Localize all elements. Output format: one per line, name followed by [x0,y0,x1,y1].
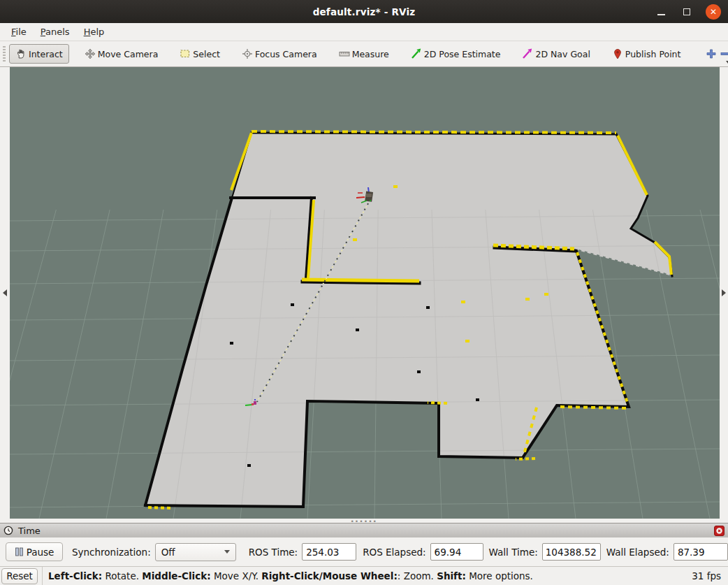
tool-label: 2D Pose Estimate [424,49,501,59]
pause-button[interactable]: Pause [6,542,63,561]
tool-measure[interactable]: Measure [333,44,395,64]
ros-time-value: 254.03 [306,547,339,558]
hand-icon [15,48,27,59]
menu-help[interactable]: Help [77,24,112,39]
ros-time-label: ROS Time: [249,547,298,558]
combo-caret-icon [224,550,230,554]
hint-key: Right-Click/Mouse Wheel: [261,570,397,582]
tool-focus-camera[interactable]: Focus Camera [235,44,323,64]
minimize-icon [657,14,665,15]
menu-panels[interactable]: Panels [34,24,77,39]
tool-label: Move Camera [98,49,159,59]
rviz-window: default.rviz* - RViz ✕ File Panels Help … [0,0,728,585]
wall-time-input[interactable]: 104388.52 [542,543,601,561]
panel-close-icon [714,526,725,536]
hint-text: Move X/Y. [211,570,262,582]
tool-label: Select [193,49,220,59]
window-controls: ✕ [654,0,721,23]
tool-move-camera[interactable]: Move Camera [78,44,165,64]
reset-button[interactable]: Reset [1,568,38,584]
focus-camera-icon [242,48,253,59]
menu-bar: File Panels Help [0,23,728,41]
tool-select[interactable]: Select [173,44,226,64]
tool-interact[interactable]: Interact [9,44,69,64]
ros-time-input[interactable]: 254.03 [302,543,356,561]
hint-text: Rotate. [102,570,142,582]
ros-elapsed-label: ROS Elapsed: [363,547,425,558]
close-button[interactable]: ✕ [706,4,721,20]
left-scroll-arrow-icon[interactable] [3,289,7,296]
viewport-row [0,67,728,519]
tool-2d-pose-estimate[interactable]: 2D Pose Estimate [405,44,507,64]
tool-label: Publish Point [625,49,681,59]
toolbar-drag-handle[interactable] [3,46,6,62]
tool-bar: Interact Move Camera Select Focus Camera… [0,41,728,67]
menu-file[interactable]: File [4,24,34,39]
pause-label: Pause [27,547,54,558]
plus-icon [706,48,717,59]
ros-elapsed-value: 69.94 [435,547,462,558]
hint-text: More options. [466,570,533,582]
reset-label: Reset [6,570,33,582]
wall-time-label: Wall Time: [489,547,538,558]
mouse-hints: Left-Click: Rotate. Middle-Click: Move X… [48,570,533,582]
wall-elapsed-label: Wall Elapsed: [606,547,669,558]
time-panel-close-button[interactable] [714,526,725,536]
tool-2d-nav-goal[interactable]: 2D Nav Goal [516,44,596,64]
time-panel-header: Time [0,523,728,537]
window-title: default.rviz* - RViz [313,6,416,17]
wall-time-value: 104388.52 [546,547,597,558]
close-icon: ✕ [710,7,717,17]
right-scroll-arrow-icon[interactable] [722,289,726,296]
fps-counter: 31 fps [692,570,721,582]
sync-value: Off [161,547,175,558]
move-camera-icon [85,48,96,59]
hint-key: Shift: [437,570,466,582]
right-gutter [720,67,728,519]
splitter-dots: ······ [351,520,378,522]
select-icon [180,48,191,59]
minimize-button[interactable] [654,5,668,19]
tool-label: Focus Camera [255,49,317,59]
status-bar: Reset Left-Click: Rotate. Middle-Click: … [0,566,728,585]
pose-estimate-arrow-icon [411,48,422,59]
left-gutter [0,67,10,519]
minus-icon [720,48,728,59]
tool-label: Measure [352,49,389,59]
statusbar-separator [42,567,43,585]
wall-elapsed-value: 87.39 [678,547,705,558]
measure-icon [339,48,350,59]
maximize-icon [683,8,690,15]
hint-key: Middle-Click: [142,570,210,582]
clock-icon [3,526,13,535]
3d-viewport[interactable] [10,67,720,519]
time-panel-body: Pause Synchronization: Off ROS Time: 254… [0,537,728,566]
pause-icon [15,547,24,556]
ros-elapsed-input[interactable]: 69.94 [430,543,483,561]
title-bar: default.rviz* - RViz ✕ [0,0,728,23]
hint-key: Left-Click: [48,570,102,582]
add-display-button[interactable] [706,44,717,64]
hint-text: : Zoom. [398,570,437,582]
maximize-button[interactable] [680,5,694,19]
nav-goal-arrow-icon [522,48,533,59]
tool-label: Interact [29,49,63,59]
tool-publish-point[interactable]: Publish Point [606,44,687,64]
remove-display-button[interactable] [720,44,728,64]
sync-dropdown[interactable]: Off [155,543,236,561]
publish-point-pin-icon [612,48,623,59]
time-panel-title: Time [18,526,41,536]
wall-elapsed-input[interactable]: 87.39 [674,543,728,561]
sync-label: Synchronization: [72,547,151,558]
tool-label: 2D Nav Goal [535,49,590,59]
